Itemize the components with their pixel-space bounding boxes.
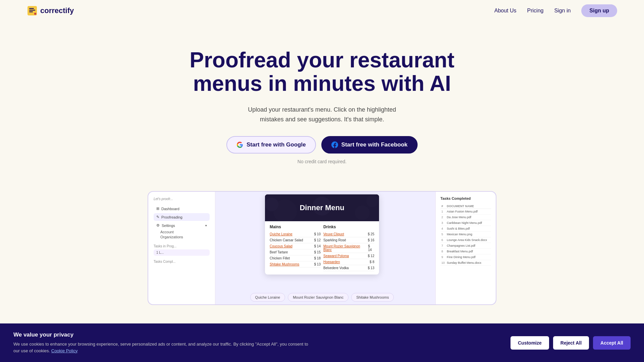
settings-label: Settings <box>162 224 175 228</box>
nav-about-us[interactable]: About Us <box>494 8 517 14</box>
svg-rect-2 <box>29 10 35 11</box>
nav-signup-button[interactable]: Sign up <box>581 4 617 17</box>
center-menu-panel: Dinner Menu Mains Quiche Loraine$ 10 Chi… <box>265 194 379 275</box>
settings-icon: ⚙ <box>156 223 160 228</box>
left-sub-account[interactable]: Account <box>154 230 210 234</box>
row-num: 10 <box>440 260 446 266</box>
drinks-header: Drinks <box>323 225 374 229</box>
tasks-table: # DOCUMENT NAME 1Asian Fusion Menu.pdf2D… <box>440 204 491 266</box>
menu-header-overlay: Dinner Menu <box>265 194 379 221</box>
col-name: DOCUMENT NAME <box>446 204 491 209</box>
menu-header-image: Dinner Menu <box>265 194 379 221</box>
row-num: 8 <box>440 249 446 254</box>
drink-price-5: $ 13 <box>368 266 374 270</box>
drink-price-2: $ 14 <box>368 244 374 252</box>
google-icon <box>236 141 243 148</box>
col-num: # <box>440 204 446 209</box>
left-nav-dashboard[interactable]: ⊞ Dashboard <box>154 205 210 213</box>
table-row: 2Da Jose Menu.pdf <box>440 215 491 220</box>
drink-item-5: Belvedere Vodka <box>323 266 349 270</box>
dashboard-icon: ⊞ <box>156 206 159 211</box>
menu-tag-2: Shitake Mushrooms <box>351 293 394 302</box>
table-row: 6Lounge Area Kids Snack.docx <box>440 237 491 243</box>
menu-body: Mains Quiche Loraine$ 10 Chicken Caesar … <box>265 221 379 275</box>
menu-row: Belvedere Vodka$ 13 <box>323 265 374 271</box>
row-name: Breakfast Menu.pdf <box>446 249 491 254</box>
row-name: Mexican Menu.png <box>446 232 491 237</box>
menu-row: Mount Rozier Sauvignon Blanc$ 14 <box>323 243 374 253</box>
drink-price-1: $ 16 <box>368 238 374 242</box>
table-row: 4Sushi & Bites.pdf <box>440 226 491 232</box>
main-item-0: Quiche Loraine <box>270 232 292 236</box>
menu-row: Hoegarden$ 8 <box>323 259 374 265</box>
main-item-5: Shitake Mushrooms <box>270 262 299 266</box>
menu-row: Shitake Mushrooms$ 13 <box>270 261 321 267</box>
nav-links: About Us Pricing Sign in Sign up <box>494 4 617 17</box>
left-task-item: 1 L... <box>154 249 210 256</box>
cookie-banner: We value your privacy We use cookies to … <box>0 323 644 362</box>
cookie-title: We value your privacy <box>13 331 504 338</box>
accept-all-button[interactable]: Accept All <box>593 336 631 350</box>
hero-buttons: Start free with Google Start free with F… <box>7 136 637 154</box>
table-row: 8Breakfast Menu.pdf <box>440 249 491 254</box>
main-item-1: Chicken Caesar Salad <box>270 238 303 242</box>
main-item-2: Coucous Salad <box>270 244 292 248</box>
start-facebook-button[interactable]: Start free with Facebook <box>321 136 418 154</box>
row-name: Sunday Buffet Menu.docx <box>446 260 491 266</box>
left-panel: Let's proofr... ⊞ Dashboard ✎ Proofreadi… <box>148 192 215 304</box>
menu-row: Quiche Loraine$ 10 <box>270 231 321 237</box>
main-price-5: $ 13 <box>314 262 321 266</box>
cookie-policy-link[interactable]: Cookie Policy <box>51 348 78 353</box>
reject-all-button[interactable]: Reject All <box>553 336 589 350</box>
customize-button[interactable]: Customize <box>511 336 549 350</box>
table-row: 3Caribbean Night Menu.pdf <box>440 220 491 226</box>
left-sub-organizations[interactable]: Organizations <box>154 235 210 239</box>
logo-link[interactable]: correctify <box>27 5 74 16</box>
table-row: 9Fine Dining Menu.pdf <box>440 254 491 260</box>
left-tasks-in-progress: Tasks in Prog... <box>154 244 210 248</box>
left-panel-proofreading: Let's proofr... <box>154 197 210 201</box>
main-item-3: Beef Tartare <box>270 250 288 254</box>
row-num: 1 <box>440 209 446 215</box>
cookie-text: We use cookies to enhance your browsing … <box>13 341 315 354</box>
table-row: 1Asian Fusion Menu.pdf <box>440 209 491 215</box>
menu-tag-0: Quiche Loraine <box>250 293 285 302</box>
row-num: 5 <box>440 232 446 237</box>
drink-item-4: Hoegarden <box>323 260 340 264</box>
drink-item-3: Seaward Poloma <box>323 254 349 258</box>
drink-price-3: $ 12 <box>368 254 374 258</box>
google-button-label: Start free with Google <box>247 141 306 148</box>
row-num: 2 <box>440 215 446 220</box>
drinks-column: Drinks Veuve Cliquot$ 25 Sparkling Rosé$… <box>323 225 374 271</box>
main-price-0: $ 10 <box>314 232 321 236</box>
menu-title: Dinner Menu <box>300 203 344 212</box>
nav-signin[interactable]: Sign in <box>554 8 571 14</box>
menu-row: Sparkling Rosé$ 16 <box>323 237 374 243</box>
row-num: 7 <box>440 243 446 249</box>
row-num: 6 <box>440 237 446 243</box>
menu-row: Beef Tartare$ 15 <box>270 249 321 255</box>
cookie-content: We value your privacy We use cookies to … <box>13 331 504 354</box>
proofreading-label: Proofreading <box>161 215 182 219</box>
main-price-4: $ 18 <box>314 256 321 260</box>
main-price-3: $ 15 <box>314 250 321 254</box>
left-tasks-complete: Tasks Compl... <box>154 260 210 263</box>
start-google-button[interactable]: Start free with Google <box>226 136 316 154</box>
table-row: 5Mexican Menu.png <box>440 232 491 237</box>
proofreading-icon: ✎ <box>156 215 159 219</box>
main-item-4: Chicken Fillet <box>270 256 290 260</box>
row-name: Lounge Area Kids Snack.docx <box>446 237 491 243</box>
facebook-button-label: Start free with Facebook <box>341 141 408 148</box>
right-panel-header: Tasks Completed <box>440 196 491 200</box>
dashboard-label: Dashboard <box>161 207 179 211</box>
row-name: Da Jose Menu.pdf <box>446 215 491 220</box>
row-name: Asian Fusion Menu.pdf <box>446 209 491 215</box>
nav-pricing[interactable]: Pricing <box>527 8 544 14</box>
mains-column: Mains Quiche Loraine$ 10 Chicken Caesar … <box>270 225 321 271</box>
left-nav-settings[interactable]: ⚙ Settings ▾ <box>154 222 210 229</box>
row-num: 4 <box>440 226 446 232</box>
hero-section: Proofread your restaurant menus in minut… <box>0 21 644 178</box>
left-nav-proofreading[interactable]: ✎ Proofreading <box>154 213 210 221</box>
navbar: correctify About Us Pricing Sign in Sign… <box>0 0 644 21</box>
table-row: 7Champagnes List.pdf <box>440 243 491 249</box>
